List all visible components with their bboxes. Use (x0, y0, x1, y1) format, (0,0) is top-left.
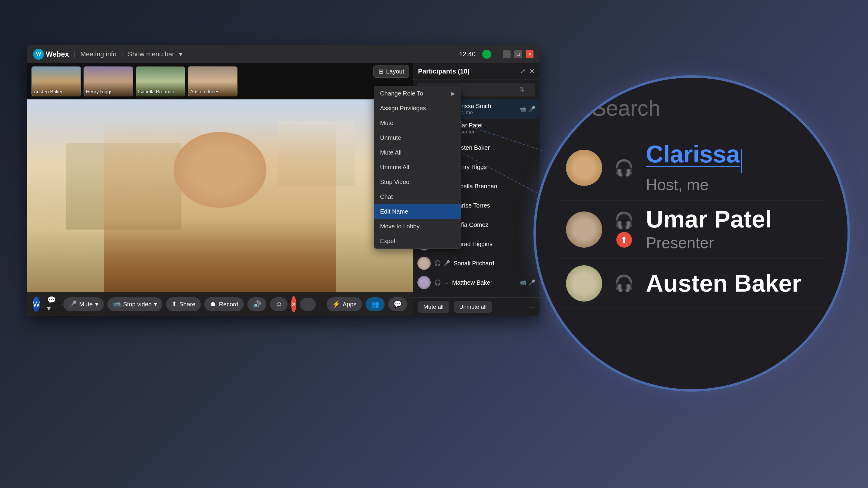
meeting-info-link[interactable]: Meeting info (81, 50, 117, 58)
popout-icon[interactable]: ⤢ (520, 67, 526, 75)
menu-edit-name[interactable]: Edit Name (374, 204, 461, 219)
unmute-all-button[interactable]: Unmute all (454, 301, 492, 313)
apps-label: Apps (343, 301, 356, 308)
participant-name: Sofia Gomez (454, 221, 535, 228)
participant-info: Sofia Gomez (454, 221, 535, 228)
person-head (174, 132, 266, 208)
thumbnail-item[interactable]: Austen Baker (31, 66, 81, 96)
mute-label: Mute (79, 301, 93, 308)
audio-icons: 🎧 🎤 (434, 260, 450, 267)
show-menu-bar-link[interactable]: Show menu bar (128, 50, 174, 58)
menu-change-role[interactable]: Change Role To ▶ (374, 86, 461, 101)
menu-chat[interactable]: Chat (374, 190, 461, 204)
submenu-arrow-icon: ▶ (451, 91, 455, 96)
main-window: W Webex | Meeting info | Show menu bar ▾… (27, 45, 539, 316)
text-cursor (741, 149, 742, 173)
thumbnail-item[interactable]: Isabella Brennan (135, 66, 185, 96)
title-bar: W Webex | Meeting info | Show menu bar ▾… (27, 45, 539, 63)
record-button[interactable]: ⏺ Record (204, 297, 244, 311)
layout-button[interactable]: ⊞ Layout (373, 65, 409, 78)
microphone-icon: 🎤 (69, 300, 77, 308)
participant-name: Austen Baker (454, 144, 535, 151)
change-role-label: Change Role To (380, 90, 423, 97)
panel-more-button[interactable]: ··· (529, 303, 535, 311)
apps-button[interactable]: ⚡ Apps (327, 297, 362, 311)
context-menu: Change Role To ▶ Assign Privileges... Mu… (374, 86, 461, 249)
participant-item[interactable]: 🎧 🎤 Sonali Pitchard (413, 254, 539, 273)
zoom-participant-role: Presenter (646, 234, 817, 252)
menu-move-to-lobby[interactable]: Move to Lobby (374, 219, 461, 234)
layout-icon: ⊞ (378, 68, 384, 75)
zoom-audio-icons: 🎧 ⬆ (614, 211, 634, 248)
separator-2: | (121, 50, 123, 58)
status-indicator (482, 50, 491, 59)
participant-info: Marise Torres (454, 202, 535, 209)
record-label: Record (219, 301, 238, 308)
chat-button[interactable]: 💬 ▾ (43, 293, 60, 315)
unmute-label: Unmute (380, 134, 401, 141)
panel-close-icon[interactable]: ✕ (529, 67, 535, 75)
presenter-badge: ⬆ (616, 232, 632, 248)
headset-icon: 🎧 (434, 279, 441, 286)
mute-all-label: Mute All (380, 149, 401, 156)
menu-mute[interactable]: Mute (374, 116, 461, 130)
end-call-button[interactable]: ✕ (291, 296, 296, 313)
bottom-toolbar: W 💬 ▾ 🎤 Mute ▾ 📹 Stop video ▾ ⬆ Share (27, 292, 413, 316)
minimize-button[interactable]: − (503, 50, 510, 58)
webex-brand-name: Webex (46, 50, 69, 59)
thumbnail-item[interactable]: Austen Jones (188, 66, 238, 96)
menu-unmute[interactable]: Unmute (374, 130, 461, 145)
zoom-participant-info: Clarissa Host, me (646, 142, 817, 194)
messages-icon: 💬 (394, 300, 402, 308)
participant-name: Murad Higgins (454, 241, 535, 248)
participant-info: Murad Higgins (454, 241, 535, 248)
menu-unmute-all[interactable]: Unmute All (374, 160, 461, 175)
more-options-button[interactable]: ... (300, 298, 316, 311)
mute-all-button[interactable]: Mute all (418, 301, 449, 313)
expel-label: Expel (380, 238, 395, 245)
close-button[interactable]: ✕ (526, 50, 533, 58)
menu-mute-all[interactable]: Mute All (374, 145, 461, 160)
webex-logo: W Webex (33, 49, 69, 60)
noise-cancel-button[interactable]: 🔊 (247, 297, 267, 311)
thumbnail-label: Isabella Brennan (138, 89, 174, 95)
participant-item[interactable]: 🎧 ▭ Matthew Baker 📹 🎤 (413, 273, 539, 292)
participant-name: Umar Patel (453, 122, 535, 129)
participants-button[interactable]: 👥 (366, 297, 384, 311)
participant-name: Isabella Brennan (452, 183, 535, 190)
stop-video-label: Stop Video (380, 178, 410, 186)
avatar (417, 257, 431, 270)
edit-name-label: Edit Name (380, 208, 408, 215)
zoom-participant-name: Umar Patel (646, 207, 817, 231)
share-button[interactable]: ⬆ Share (166, 297, 201, 311)
apps-icon: ⚡ (332, 300, 340, 308)
maximize-button[interactable]: □ (514, 50, 522, 58)
menu-expel[interactable]: Expel (374, 234, 461, 249)
stop-video-button[interactable]: 📹 Stop video ▾ (107, 297, 163, 311)
thumbnail-item[interactable]: Henry Riggs (84, 66, 133, 96)
zoom-participant-role: Host, me (646, 175, 817, 194)
mic-icon: ▭ (443, 279, 448, 286)
window-time: 12:40 (459, 50, 475, 58)
panel-header: Participants (10) ⤢ ✕ (413, 63, 539, 80)
reactions-button[interactable]: ☺ (270, 297, 287, 311)
participant-info: Clarissa Smith Host, me (453, 103, 516, 116)
thumbnail-label: Austen Baker (34, 89, 63, 95)
mute-button[interactable]: 🎤 Mute ▾ (63, 297, 103, 311)
participant-video-icon: 📹 (520, 279, 526, 286)
zoom-avatar (566, 265, 602, 301)
menu-stop-video[interactable]: Stop Video (374, 175, 461, 190)
participant-role: Presenter (453, 129, 535, 135)
messages-button[interactable]: 💬 (388, 297, 407, 311)
mute-label: Mute (380, 120, 393, 127)
zoom-content: 🔍 Search 🎧 Clarissa Host, me (536, 78, 847, 389)
sort-icon[interactable]: ⇅ (519, 86, 524, 93)
menu-assign-privileges[interactable]: Assign Privileges... (374, 101, 461, 116)
webex-icon-button[interactable]: W (33, 297, 40, 312)
headset-icon: 🎧 (614, 274, 634, 293)
zoom-panel: 🔍 Search 🎧 Clarissa Host, me (533, 75, 850, 392)
share-label: Share (179, 301, 195, 308)
thumbnail-strip: Austen Baker Henry Riggs Isabella Brenna… (27, 63, 413, 99)
zoom-participant-info: Austen Baker (646, 271, 817, 295)
zoom-participant-name-field: Clarissa (646, 142, 817, 173)
